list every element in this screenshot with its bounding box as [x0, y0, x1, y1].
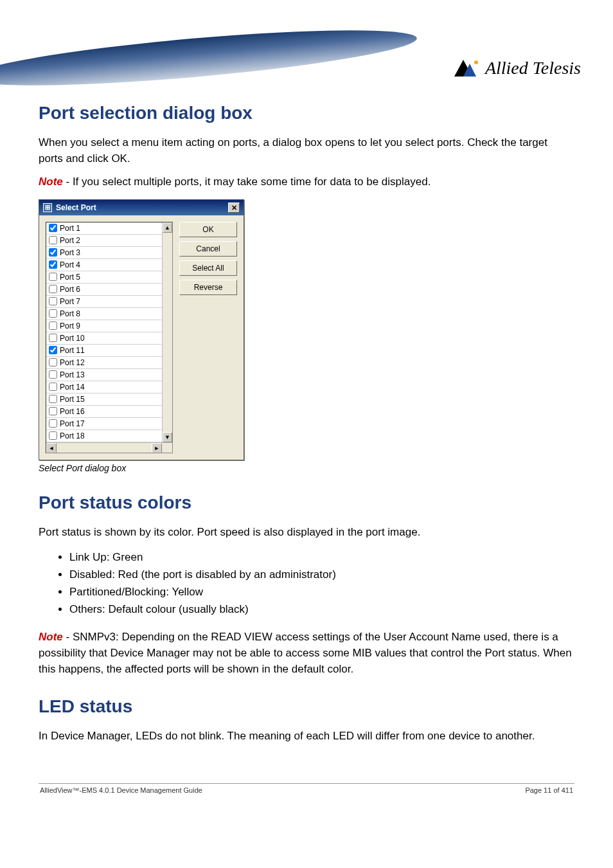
port-checkbox[interactable] [49, 273, 57, 281]
port-checkbox[interactable] [49, 334, 57, 342]
scroll-left-icon[interactable]: ◄ [46, 443, 57, 453]
port-checkbox[interactable] [49, 370, 57, 379]
list-item: Others: Default colour (usually black) [69, 601, 574, 618]
port-checkbox[interactable] [49, 358, 57, 366]
brand-name: Allied Telesis [485, 58, 581, 78]
note-label: Note [39, 631, 63, 643]
port-checkbox[interactable] [49, 260, 57, 269]
port-label: Port 16 [60, 407, 85, 416]
port-row[interactable]: Port 6 [46, 284, 172, 296]
port-row[interactable]: Port 18 [46, 430, 172, 442]
header-swoosh [0, 19, 418, 90]
dialog-title: Select Port [56, 203, 96, 212]
port-row[interactable]: Port 15 [46, 393, 172, 406]
heading-led-status: LED status [39, 696, 574, 717]
port-row[interactable]: Port 10 [46, 332, 172, 345]
port-checkbox[interactable] [49, 236, 57, 244]
port-checkbox[interactable] [49, 321, 57, 330]
note-text: - SNMPv3: Depending on the READ VIEW acc… [39, 631, 572, 674]
cancel-button[interactable]: Cancel [179, 241, 237, 257]
port-checkbox[interactable] [49, 309, 57, 318]
page-footer: AlliedView™-EMS 4.0.1 Device Management … [39, 786, 574, 807]
port-row[interactable]: Port 14 [46, 381, 172, 393]
note-port-status: Note - SNMPv3: Depending on the READ VIE… [39, 629, 574, 677]
port-label: Port 4 [60, 260, 80, 269]
port-checkbox[interactable] [49, 224, 57, 232]
dialog-titlebar: ⊞ Select Port ✕ [39, 200, 244, 215]
port-label: Port 9 [60, 321, 80, 330]
port-label: Port 13 [60, 370, 85, 379]
list-item: Disabled: Red (the port is disabled by a… [69, 566, 574, 583]
port-row[interactable]: Port 17 [46, 418, 172, 430]
port-row[interactable]: Port 4 [46, 259, 172, 271]
reverse-button[interactable]: Reverse [179, 280, 237, 295]
port-label: Port 5 [60, 273, 80, 282]
port-status-list: Link Up: GreenDisabled: Red (the port is… [69, 548, 574, 619]
port-label: Port 6 [60, 285, 80, 294]
dialog-caption: Select Port dialog box [39, 463, 574, 473]
port-row[interactable]: Port 9 [46, 320, 172, 332]
port-checkbox[interactable] [49, 297, 57, 305]
port-label: Port 12 [60, 358, 85, 367]
port-row[interactable]: Port 7 [46, 296, 172, 308]
port-row[interactable]: Port 12 [46, 357, 172, 369]
page-header-band: Allied Telesis [0, 0, 613, 90]
port-row[interactable]: Port 13 [46, 369, 172, 381]
port-row[interactable]: Port 5 [46, 271, 172, 284]
brand-mark-icon [454, 60, 481, 77]
brand-logo: Allied Telesis [454, 58, 581, 78]
para-port-status: Port status is shown by its color. Port … [39, 525, 574, 541]
port-list[interactable]: Port 1Port 2Port 3Port 4Port 5Port 6Port… [46, 222, 173, 453]
para-led-status: In Device Manager, LEDs do not blink. Th… [39, 728, 574, 745]
horizontal-scrollbar[interactable]: ◄ ► [46, 442, 172, 453]
para-port-selection-intro: When you select a menu item acting on po… [39, 135, 574, 167]
port-row[interactable]: Port 16 [46, 406, 172, 418]
list-item: Partitioned/Blocking: Yellow [69, 583, 574, 601]
scroll-down-icon[interactable]: ▼ [163, 432, 172, 442]
port-row[interactable]: Port 1 [46, 222, 172, 235]
port-label: Port 18 [60, 431, 85, 440]
svg-point-2 [474, 60, 478, 64]
port-label: Port 14 [60, 383, 85, 392]
port-checkbox[interactable] [49, 431, 57, 440]
port-row[interactable]: Port 11 [46, 345, 172, 357]
port-checkbox[interactable] [49, 346, 57, 354]
port-label: Port 2 [60, 236, 80, 245]
port-row[interactable]: Port 3 [46, 247, 172, 259]
port-label: Port 10 [60, 334, 85, 343]
port-label: Port 8 [60, 309, 80, 318]
port-row[interactable]: Port 8 [46, 308, 172, 320]
heading-port-selection: Port selection dialog box [39, 103, 574, 123]
heading-port-status-colors: Port status colors [39, 493, 574, 513]
footer-right: Page 11 of 411 [525, 786, 573, 794]
port-checkbox[interactable] [49, 285, 57, 293]
port-checkbox[interactable] [49, 419, 57, 428]
scroll-right-icon[interactable]: ► [152, 443, 162, 453]
ok-button[interactable]: OK [179, 222, 237, 237]
port-label: Port 11 [60, 346, 85, 355]
port-label: Port 15 [60, 395, 85, 404]
note-label: Note [39, 176, 63, 188]
port-checkbox[interactable] [49, 248, 57, 257]
close-icon[interactable]: ✕ [228, 203, 240, 213]
scroll-up-icon[interactable]: ▲ [163, 222, 172, 233]
port-checkbox[interactable] [49, 395, 57, 403]
port-checkbox[interactable] [49, 383, 57, 391]
vertical-scrollbar[interactable]: ▲ ▼ [162, 222, 172, 442]
footer-left: AlliedView™-EMS 4.0.1 Device Management … [40, 786, 202, 794]
note-port-selection: Note - If you select multiple ports, it … [39, 174, 574, 190]
port-label: Port 3 [60, 248, 80, 257]
app-icon: ⊞ [43, 203, 52, 212]
port-label: Port 17 [60, 419, 85, 428]
note-text: - If you select multiple ports, it may t… [63, 176, 431, 188]
select-port-dialog: ⊞ Select Port ✕ Port 1Port 2Port 3Port 4… [39, 199, 244, 460]
port-checkbox[interactable] [49, 407, 57, 415]
port-label: Port 7 [60, 297, 80, 306]
list-item: Link Up: Green [69, 548, 574, 566]
port-label: Port 1 [60, 224, 80, 233]
select-all-button[interactable]: Select All [179, 260, 237, 276]
footer-rule [39, 783, 574, 784]
port-row[interactable]: Port 2 [46, 235, 172, 247]
